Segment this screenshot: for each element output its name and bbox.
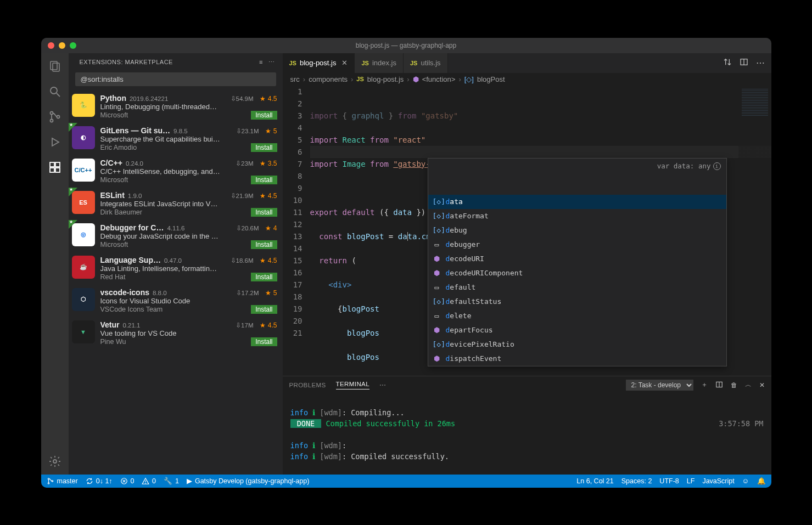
more-actions-icon[interactable]: ⋯ [756,58,765,69]
install-button[interactable]: Install [251,176,277,184]
suggest-item[interactable]: ▭default [428,280,726,295]
notifications-icon[interactable]: 🔔 [757,477,766,485]
maximize-panel-icon[interactable]: ︿ [745,381,752,389]
suggest-item[interactable]: [◇]debug [428,223,726,238]
eol-status[interactable]: LF [687,477,695,485]
more-panels-icon[interactable]: ⋯ [379,381,387,389]
zoom-window-button[interactable] [70,42,76,49]
terminal-output[interactable]: info ℹ [wdm]: Compiling... DONE Compiled… [283,394,771,475]
suggest-label: decodeURI [446,253,484,265]
suggest-item[interactable]: ⬢decodeURIComponent [428,266,726,280]
install-button[interactable]: Install [251,240,277,249]
svg-point-19 [52,480,53,481]
extension-item[interactable]: 🐍 Python2019.6.24221⇩54.9M★ 4.5 Linting,… [69,91,283,123]
extensions-icon[interactable] [47,160,63,175]
extension-rating: ★ 4.5 [260,321,277,329]
problems-tab[interactable]: PROBLEMS [289,382,326,388]
breadcrumb-blogpost[interactable]: blogPost [477,75,505,83]
suggest-item[interactable]: ▭delete [428,309,726,323]
sync-status[interactable]: 0↓ 1↑ [86,477,113,485]
install-button[interactable]: Install [251,208,277,217]
suggest-item[interactable]: ⬢departFocus [428,323,726,337]
tab-index[interactable]: JSindex.js [355,53,404,73]
extension-description: Integrates ESLint JavaScript into V… [100,200,277,208]
suggest-item[interactable]: [◇]defaultStatus [428,295,726,309]
install-button[interactable]: Install [251,305,277,314]
search-icon[interactable] [47,84,63,99]
install-button[interactable]: Install [251,337,277,346]
svg-point-18 [48,482,49,483]
extension-publisher: Microsoft [100,241,128,249]
code-content[interactable]: import { graphql } from "gatsby" import … [310,86,771,376]
intellisense-popup[interactable]: var data: anyi [◇]data[◇]dateFormat[◇]de… [428,158,727,366]
extension-logo: ⬡ [72,288,95,311]
close-window-button[interactable] [48,42,54,49]
error-count[interactable]: 0 0 [120,477,156,485]
suggest-item[interactable]: [◇]devicePixelRatio [428,337,726,352]
explorer-icon[interactable] [47,59,63,74]
settings-gear-icon[interactable] [47,454,63,469]
extension-search-input[interactable]: @sort:installs [75,72,276,86]
extension-item[interactable]: ⬡ vscode-icons8.8.0⇩17.2M★ 5 Icons for V… [69,285,283,317]
tools-count[interactable]: 🔧1 [164,477,179,485]
code-editor[interactable]: 123456789101112131415161718192021 import… [283,86,771,376]
suggest-label: debug [446,224,467,236]
install-button[interactable]: Install [251,111,277,120]
kill-terminal-icon[interactable]: 🗑 [731,382,737,388]
encoding-status[interactable]: UTF-8 [659,477,679,485]
close-panel-icon[interactable]: ✕ [759,381,765,389]
indent-status[interactable]: Spaces: 2 [621,477,652,485]
split-editor-icon[interactable] [740,58,748,69]
running-task[interactable]: ▶ Gatsby Develop (gatsby-graphql-app) [187,477,309,485]
split-terminal-icon[interactable] [715,381,723,389]
suggest-item[interactable]: [◇]dateFormat [428,209,726,223]
close-tab-icon[interactable]: ✕ [341,59,348,67]
sidebar-header: EXTENSIONS: MARKETPLACE ≡ ⋯ [69,53,283,70]
suggest-kind-icon: [◇] [433,210,441,222]
suggest-item[interactable]: ▭debugger [428,238,726,252]
terminal-select[interactable]: 2: Task - develop [626,380,693,391]
more-icon[interactable]: ⋯ [268,59,275,66]
breadcrumb-src[interactable]: src [290,75,300,83]
extension-item[interactable]: ☕ Language Sup…0.47.0⇩18.6M★ 4.5 Java Li… [69,252,283,285]
extension-rating: ★ 5 [265,289,277,297]
source-control-icon[interactable] [47,109,63,125]
cursor-position[interactable]: Ln 6, Col 21 [576,477,613,485]
suggest-item[interactable]: [◇]data [428,195,726,209]
install-button[interactable]: Install [251,273,277,281]
suggest-item[interactable]: ⬢decodeURI [428,252,726,266]
tab-utils[interactable]: JSutils.js [404,53,448,73]
feedback-icon[interactable]: ☺ [742,477,749,485]
extension-item[interactable]: C/C++ C/C++0.24.0⇩23M★ 3.5 C/C++ Intelli… [69,155,283,188]
suggest-item[interactable]: ⬢dispatchEvent [428,352,726,366]
info-icon[interactable]: i [713,162,721,170]
extension-rating: ★ 5 [265,127,277,135]
extension-description: Linting, Debugging (multi-threaded… [100,103,277,111]
extension-item[interactable]: ◐ GitLens — Git su…9.8.5⇩23.1M★ 5 Superc… [69,123,283,155]
tab-label: index.js [372,59,396,67]
extension-item[interactable]: ▼ Vetur0.21.1⇩17M★ 4.5 Vue tooling for V… [69,317,283,349]
extension-item[interactable]: ES ESLint1.9.0⇩21.9M★ 4.5 Integrates ESL… [69,188,283,220]
extension-publisher: Red Hat [100,273,126,281]
install-button[interactable]: Install [251,143,277,152]
language-mode[interactable]: JavaScript [702,477,734,485]
compare-changes-icon[interactable] [723,58,732,69]
debug-icon[interactable] [47,134,63,150]
minimap[interactable] [738,86,771,376]
variable-icon: [◇] [464,75,474,83]
extension-name: Debugger for C… [100,223,164,232]
extension-list[interactable]: 🐍 Python2019.6.24221⇩54.9M★ 4.5 Linting,… [69,91,283,475]
terminal-tab[interactable]: TERMINAL [336,381,369,389]
minimize-window-button[interactable] [59,42,65,49]
git-branch[interactable]: master [47,477,78,485]
filter-icon[interactable]: ≡ [259,59,263,65]
extension-version: 9.8.5 [173,128,188,134]
breadcrumb[interactable]: src› components› JSblog-post.js› ⬢<funct… [283,73,771,86]
tab-blog-post[interactable]: JSblog-post.js✕ [283,53,355,73]
breadcrumb-function[interactable]: <function> [422,75,456,83]
suggest-label: dateFormat [446,210,489,222]
breadcrumb-components[interactable]: components [309,75,348,83]
breadcrumb-file[interactable]: blog-post.js [367,75,404,83]
new-terminal-icon[interactable]: ＋ [701,381,708,389]
extension-item[interactable]: ◎ Debugger for C…4.11.6⇩20.6M★ 4 Debug y… [69,220,283,252]
